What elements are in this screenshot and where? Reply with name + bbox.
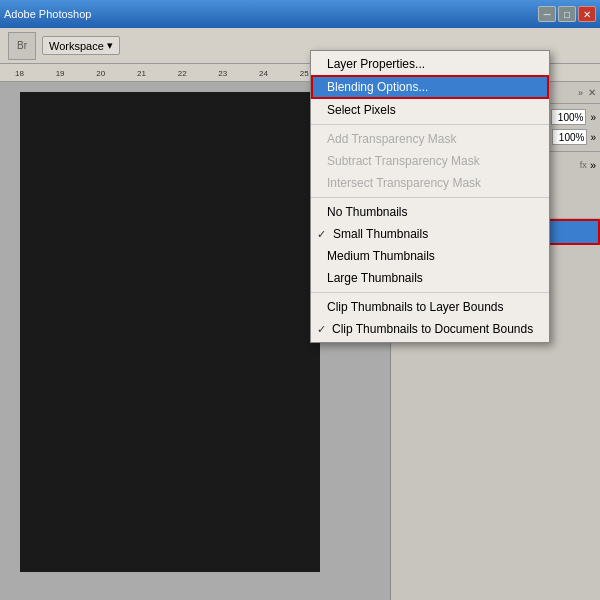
toolbar-icon: Br — [8, 32, 36, 60]
menu-item-layer-properties[interactable]: Layer Properties... — [311, 53, 549, 75]
app-title: Adobe Photoshop — [4, 8, 91, 20]
menu-item-label: Select Pixels — [327, 103, 396, 117]
maximize-button[interactable]: □ — [558, 6, 576, 22]
menu-item-intersect-transparency: Intersect Transparency Mask — [311, 172, 549, 194]
fill-input[interactable] — [552, 129, 587, 145]
title-bar-controls: ─ □ ✕ — [538, 6, 596, 22]
menu-item-label: Large Thumbnails — [327, 271, 423, 285]
ruler-mark: 23 — [218, 69, 227, 78]
workspace-label: Workspace — [49, 40, 104, 52]
context-menu: Layer Properties...Blending Options...Se… — [310, 50, 550, 343]
menu-item-add-transparency: Add Transparency Mask — [311, 128, 549, 150]
menu-item-clip-layer-bounds[interactable]: Clip Thumbnails to Layer Bounds — [311, 296, 549, 318]
menu-item-label: Add Transparency Mask — [327, 132, 456, 146]
menu-item-label: Clip Thumbnails to Layer Bounds — [327, 300, 504, 314]
close-button[interactable]: ✕ — [578, 6, 596, 22]
menu-item-label: No Thumbnails — [327, 205, 407, 219]
menu-item-blending-options[interactable]: Blending Options... — [311, 75, 549, 99]
ruler-mark: 24 — [259, 69, 268, 78]
menu-item-label: Blending Options... — [327, 80, 428, 94]
panel-close-button[interactable]: ✕ — [588, 87, 596, 98]
layer-fx-icon: fx — [580, 160, 587, 170]
menu-item-no-thumbnails[interactable]: No Thumbnails — [311, 201, 549, 223]
menu-item-label: Subtract Transparency Mask — [327, 154, 480, 168]
layer-expand-icon[interactable]: » — [590, 159, 596, 171]
menu-item-subtract-transparency: Subtract Transparency Mask — [311, 150, 549, 172]
ruler-mark: 20 — [96, 69, 105, 78]
checkmark-icon: ✓ — [317, 323, 326, 336]
ruler-mark: 22 — [178, 69, 187, 78]
menu-item-small-thumbnails[interactable]: ✓Small Thumbnails — [311, 223, 549, 245]
minimize-button[interactable]: ─ — [538, 6, 556, 22]
menu-item-label: Medium Thumbnails — [327, 249, 435, 263]
menu-separator — [311, 197, 549, 198]
fill-expand-icon[interactable]: » — [590, 132, 596, 143]
menu-item-select-pixels[interactable]: Select Pixels — [311, 99, 549, 121]
ruler-mark: 19 — [56, 69, 65, 78]
opacity-input[interactable] — [551, 109, 586, 125]
menu-item-label: Small Thumbnails — [333, 227, 428, 241]
ruler-mark: 18 — [15, 69, 24, 78]
canvas-content — [20, 92, 320, 572]
opacity-expand-icon[interactable]: » — [590, 112, 596, 123]
menu-item-label: Layer Properties... — [327, 57, 425, 71]
workspace-dropdown-icon: ▾ — [107, 39, 113, 52]
workspace-button[interactable]: Workspace ▾ — [42, 36, 120, 55]
ruler-mark: 25 — [300, 69, 309, 78]
menu-item-label: Intersect Transparency Mask — [327, 176, 481, 190]
title-bar: Adobe Photoshop ─ □ ✕ — [0, 0, 600, 28]
menu-item-clip-doc-bounds[interactable]: ✓Clip Thumbnails to Document Bounds — [311, 318, 549, 340]
menu-item-medium-thumbnails[interactable]: Medium Thumbnails — [311, 245, 549, 267]
ruler-mark: 21 — [137, 69, 146, 78]
menu-item-label: Clip Thumbnails to Document Bounds — [332, 322, 533, 336]
menu-item-large-thumbnails[interactable]: Large Thumbnails — [311, 267, 549, 289]
title-bar-left: Adobe Photoshop — [4, 8, 91, 20]
panel-expand-icon[interactable]: » — [576, 88, 585, 98]
menu-separator — [311, 124, 549, 125]
checkmark-icon: ✓ — [317, 228, 327, 241]
menu-separator — [311, 292, 549, 293]
